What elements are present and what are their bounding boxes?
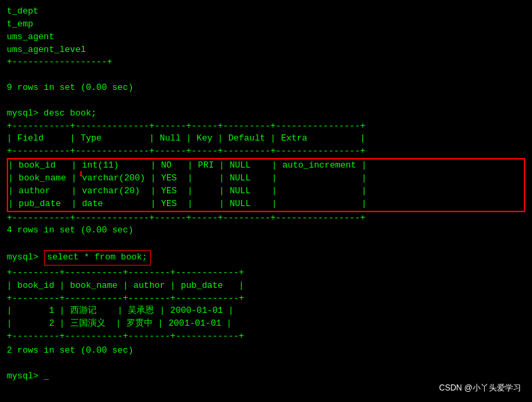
desc-row-4: | pub_date | date | YES | | NULL | |: [7, 198, 525, 212]
arrow-annotation: ⬇: [78, 168, 84, 183]
select-table: +---------+-----------+--------+--------…: [7, 267, 525, 343]
select-command-box: select * from book;: [44, 250, 151, 266]
final-prompt: mysql> _: [7, 370, 525, 383]
desc-sep-2: +-----------+--------------+------+-----…: [7, 145, 525, 158]
top-separator: +------------------+: [7, 56, 525, 69]
table-name-umsagent: ums_agent: [7, 31, 525, 44]
select-sep-2: +---------+-----------+--------+--------…: [7, 293, 525, 305]
rows-info-2: 4 rows in set (0.00 sec): [7, 224, 525, 237]
rows-info-3: 2 rows in set (0.00 sec): [7, 345, 525, 357]
rows-info-1: 9 rows in set (0.00 sec): [7, 82, 525, 95]
select-sep-3: +---------+-----------+--------+--------…: [7, 330, 525, 343]
desc-sep-3: +-----------+--------------+------+-----…: [7, 212, 525, 225]
desc-table: +-----------+--------------+------+-----…: [7, 120, 525, 225]
desc-command: mysql> desc book;: [7, 107, 525, 120]
desc-header: | Field | Type | Null | Key | Default | …: [7, 132, 525, 145]
desc-row-1: | book_id | int(11) | NO | PRI | NULL | …: [7, 158, 525, 172]
select-row-2: | 2 | 三国演义 | 罗贯中 | 2001-01-01 |: [7, 318, 525, 330]
select-prompt-line: mysql> select * from book;: [7, 250, 525, 266]
desc-sep-1: +-----------+--------------+------+-----…: [7, 120, 525, 133]
table-name-umsagentlevel: ums_agent_level: [7, 44, 525, 57]
desc-row-2: | book_name | varchar(200) | YES | | NUL…: [7, 172, 525, 185]
watermark: CSDN @小丫头爱学习: [439, 382, 521, 394]
select-header: | book_id | book_name | author | pub_dat…: [7, 280, 525, 293]
table-name-tdept: t_dept: [7, 5, 525, 18]
terminal: t_dept t_emp ums_agent ums_agent_level +…: [0, 0, 532, 402]
down-arrow-icon: ⬇: [78, 169, 84, 181]
desc-row-3: | author | varchar(20) | YES | | NULL | …: [7, 185, 525, 198]
table-name-temp: t_emp: [7, 18, 525, 31]
select-row-1: | 1 | 西游记 | 吴承恩 | 2000-01-01 |: [7, 305, 525, 318]
mysql-prompt-2: mysql>: [7, 251, 44, 264]
select-sep-1: +---------+-----------+--------+--------…: [7, 267, 525, 280]
